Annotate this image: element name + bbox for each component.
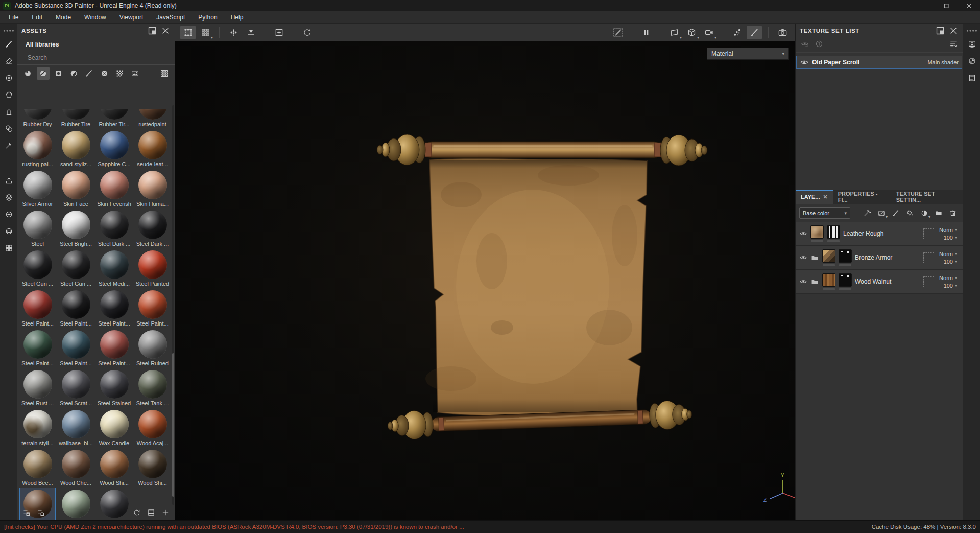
asset-tile[interactable]: Steel Gun ... [19,248,56,288]
asset-tile[interactable]: Skin Huma... [134,169,171,208]
add-folder-button[interactable] [932,207,945,219]
mirror-button[interactable] [226,26,241,39]
filter-filters-button[interactable] [67,67,80,80]
shader-settings-tool[interactable] [963,53,980,68]
asset-tile[interactable]: Steel Paint... [19,288,56,328]
pause-button[interactable] [638,26,654,39]
display-sphere-tool[interactable] [0,223,17,239]
asset-tile[interactable]: Wax Candle [96,408,132,448]
add-smart-material-button[interactable]: ▾ [875,207,888,219]
eye-one-button[interactable] [815,39,824,51]
asset-tile[interactable]: Steel Paint... [19,328,56,368]
filter-materials-button[interactable] [21,67,34,80]
layer-row[interactable]: Bronze ArmorNorm▾100▾ [796,246,963,270]
layer-row[interactable]: Wood WalnutNorm▾100▾ [796,270,963,294]
asset-tile[interactable]: Steel Medi... [96,248,132,288]
blend-mode-dropdown[interactable]: Norm▾ [939,251,957,257]
projection-tool[interactable] [0,70,17,85]
tab-close-icon[interactable]: ✕ [823,194,828,200]
menu-python[interactable]: Python [192,11,224,24]
filter-patterns-button[interactable] [113,67,126,80]
asset-tile[interactable]: Wood Shi... [96,448,132,488]
asset-tile[interactable]: Steel Paint... [96,328,132,368]
opacity-dropdown[interactable]: 100▾ [944,235,957,241]
smudge-tool[interactable] [0,104,17,119]
asset-tile[interactable]: Steel Scrat... [58,368,94,408]
layer-row[interactable]: Leather RoughNorm▾100▾ [796,222,963,246]
asset-tile[interactable]: Steel Tank ... [134,368,171,408]
layer-mask-slot[interactable] [923,276,934,287]
history-button[interactable] [299,26,315,39]
menu-viewport[interactable]: Viewport [113,11,150,24]
viewport-shader-dropdown[interactable]: Material ▾ [707,48,789,60]
menu-edit[interactable]: Edit [25,11,49,24]
close-button[interactable] [958,0,980,11]
refresh-button[interactable] [133,508,141,519]
add-fill-layer-button[interactable] [903,207,916,219]
menu-window[interactable]: Window [78,11,113,24]
quick-grid-button[interactable]: ▾ [198,26,213,39]
search-input[interactable] [27,54,141,62]
assets-dock-button[interactable] [147,26,157,36]
menu-help[interactable]: Help [224,11,250,24]
symmetry-button[interactable] [243,26,258,39]
add-button[interactable] [161,508,170,519]
texture-set-dock-button[interactable] [935,26,945,36]
menu-mode[interactable]: Mode [49,11,78,24]
resources-tool[interactable] [0,190,17,205]
layer-mask-slot[interactable] [923,252,934,263]
asset-tile[interactable]: Wood Bee... [19,448,56,488]
asset-tile[interactable]: Steel Painted [134,248,171,288]
tab-properties-fi[interactable]: PROPERTIES - FI... [833,190,891,204]
texture-set-filter-button[interactable] [949,39,958,51]
texture-set-row[interactable]: Old Paper ScrollMain shader [796,56,962,69]
add-smart-mask-button[interactable]: ▾ [918,207,930,219]
polygon-fill-tool[interactable] [0,87,17,102]
clone-tool[interactable] [0,121,17,136]
paint-disabled-button[interactable] [610,26,626,39]
asset-tile[interactable]: Steel [19,208,56,248]
tab-laye[interactable]: LAYE...✕ [796,190,833,204]
asset-tile[interactable]: Silver Armor [19,169,56,208]
particles-button[interactable] [729,26,745,39]
asset-tile[interactable]: Steel Ruined [134,328,171,368]
asset-tile[interactable]: sand-styliz... [58,129,94,169]
asset-tile[interactable]: Steel Dark ... [134,208,171,248]
asset-tile[interactable]: seude-leat... [134,129,171,169]
assets-scrollbar[interactable] [172,105,174,505]
add-paint-layer-button[interactable] [889,207,902,219]
geometry-button[interactable]: ▾ [684,26,699,39]
export-tool[interactable] [0,173,17,188]
asset-tile[interactable]: Steel Stained [96,368,132,408]
asset-tile[interactable]: Skin Feverish [96,169,132,208]
asset-tile[interactable]: terrain styli... [19,408,56,448]
filter-procedurals-button[interactable] [98,67,111,80]
shelf-import-button[interactable] [37,508,45,519]
asset-tile[interactable]: Steel Dark ... [96,208,132,248]
delete-layer-button[interactable] [946,207,959,219]
opacity-dropdown[interactable]: 100▾ [944,283,957,289]
asset-tile[interactable]: Rubber Tir... [96,108,132,129]
add-frame-button[interactable] [271,26,286,39]
asset-tile[interactable]: rustedpaint [134,108,171,129]
add-effect-button[interactable] [861,207,873,219]
assets-close-button[interactable] [160,26,171,36]
perspective-button[interactable]: ▾ [666,26,682,39]
camera-view-button[interactable]: ▾ [701,26,716,39]
screenshot-button[interactable] [775,26,790,39]
texture-set-close-button[interactable] [948,26,959,36]
asset-tile[interactable]: Steel Paint... [58,288,94,328]
asset-tile[interactable]: Steel Paint... [96,288,132,328]
asset-tile[interactable]: wallbase_bl... [58,408,94,448]
paint-brush-button[interactable] [747,26,762,39]
filter-alphas-button[interactable] [52,67,65,80]
filter-smart-materials-button[interactable] [37,67,50,80]
layer-mask-slot[interactable] [923,228,934,239]
asset-tile[interactable]: Rubber Dry [19,108,56,129]
asset-tile[interactable]: Wood Shi... [134,448,171,488]
shelf-save-button[interactable] [22,508,31,519]
asset-tile[interactable]: Steel Paint... [134,288,171,328]
bake-tool[interactable] [0,206,17,222]
material-picker-tool[interactable] [0,137,17,153]
asset-tile[interactable]: Wood Acaj... [134,408,171,448]
